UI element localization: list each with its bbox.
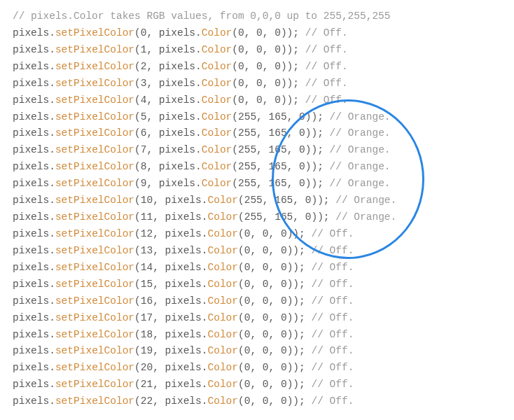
intro-comment: // pixels.Color takes RGB values, from 0… bbox=[13, 8, 501, 25]
code-line: pixels.setPixelColor(9, pixels.Color(255… bbox=[13, 176, 501, 192]
code-line: pixels.setPixelColor(16, pixels.Color(0,… bbox=[13, 293, 501, 310]
code-block: // pixels.Color takes RGB values, from 0… bbox=[13, 8, 501, 410]
code-line: pixels.setPixelColor(11, pixels.Color(25… bbox=[13, 209, 501, 226]
code-line: pixels.setPixelColor(22, pixels.Color(0,… bbox=[13, 393, 501, 410]
code-line: pixels.setPixelColor(4, pixels.Color(0, … bbox=[13, 92, 501, 109]
code-line: pixels.setPixelColor(19, pixels.Color(0,… bbox=[13, 343, 501, 360]
code-line: pixels.setPixelColor(7, pixels.Color(255… bbox=[13, 142, 501, 159]
code-lines-container: pixels.setPixelColor(0, pixels.Color(0, … bbox=[13, 25, 501, 410]
code-line: pixels.setPixelColor(6, pixels.Color(255… bbox=[13, 125, 501, 142]
code-line: pixels.setPixelColor(10, pixels.Color(25… bbox=[13, 192, 501, 209]
code-line: pixels.setPixelColor(21, pixels.Color(0,… bbox=[13, 377, 501, 393]
code-line: pixels.setPixelColor(18, pixels.Color(0,… bbox=[13, 327, 501, 344]
code-line: pixels.setPixelColor(5, pixels.Color(255… bbox=[13, 109, 501, 126]
code-line: pixels.setPixelColor(17, pixels.Color(0,… bbox=[13, 310, 501, 327]
code-line: pixels.setPixelColor(2, pixels.Color(0, … bbox=[13, 59, 501, 76]
code-line: pixels.setPixelColor(3, pixels.Color(0, … bbox=[13, 76, 501, 92]
code-line: pixels.setPixelColor(8, pixels.Color(255… bbox=[13, 159, 501, 176]
code-line: pixels.setPixelColor(20, pixels.Color(0,… bbox=[13, 360, 501, 377]
code-line: pixels.setPixelColor(0, pixels.Color(0, … bbox=[13, 25, 501, 42]
code-line: pixels.setPixelColor(1, pixels.Color(0, … bbox=[13, 42, 501, 59]
code-line: pixels.setPixelColor(13, pixels.Color(0,… bbox=[13, 243, 501, 260]
code-line: pixels.setPixelColor(12, pixels.Color(0,… bbox=[13, 226, 501, 243]
code-line: pixels.setPixelColor(15, pixels.Color(0,… bbox=[13, 276, 501, 293]
code-line: pixels.setPixelColor(14, pixels.Color(0,… bbox=[13, 260, 501, 276]
